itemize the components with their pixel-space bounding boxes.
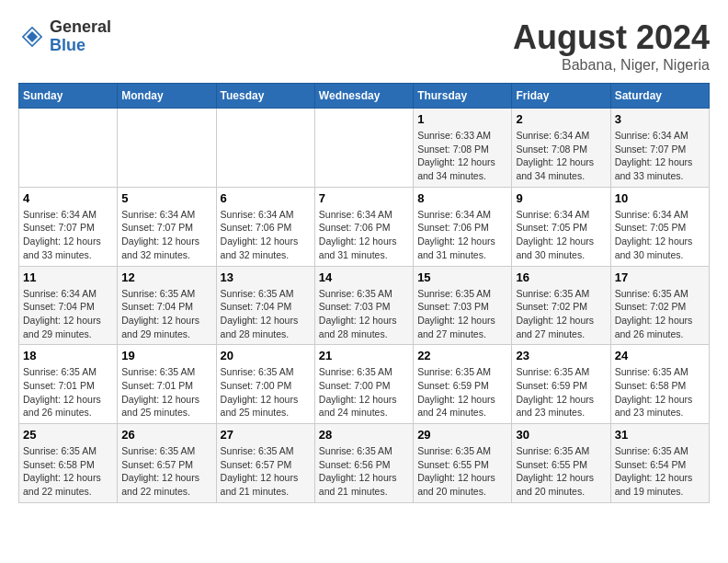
day-info: Sunrise: 6:33 AM Sunset: 7:08 PM Dayligh… <box>417 129 507 183</box>
calendar-cell: 22Sunrise: 6:35 AM Sunset: 6:59 PM Dayli… <box>414 345 512 424</box>
calendar-cell: 8Sunrise: 6:34 AM Sunset: 7:06 PM Daylig… <box>414 187 512 266</box>
day-number: 9 <box>516 191 606 205</box>
weekday-header: Monday <box>118 84 216 109</box>
day-info: Sunrise: 6:34 AM Sunset: 7:06 PM Dayligh… <box>319 208 409 262</box>
day-info: Sunrise: 6:34 AM Sunset: 7:07 PM Dayligh… <box>23 208 113 262</box>
day-number: 4 <box>23 191 113 205</box>
day-info: Sunrise: 6:35 AM Sunset: 6:57 PM Dayligh… <box>221 444 311 499</box>
day-info: Sunrise: 6:35 AM Sunset: 6:59 PM Dayligh… <box>516 365 606 419</box>
day-info: Sunrise: 6:35 AM Sunset: 7:00 PM Dayligh… <box>319 365 409 419</box>
day-info: Sunrise: 6:35 AM Sunset: 7:02 PM Dayligh… <box>516 287 606 341</box>
day-number: 20 <box>221 349 311 362</box>
calendar-cell <box>216 109 314 188</box>
logo-text: General Blue <box>50 18 111 55</box>
day-info: Sunrise: 6:34 AM Sunset: 7:06 PM Dayligh… <box>417 208 507 262</box>
calendar-cell: 19Sunrise: 6:35 AM Sunset: 7:01 PM Dayli… <box>118 345 216 424</box>
calendar-cell: 30Sunrise: 6:35 AM Sunset: 6:55 PM Dayli… <box>512 424 610 503</box>
day-info: Sunrise: 6:34 AM Sunset: 7:08 PM Dayligh… <box>516 129 606 183</box>
day-number: 3 <box>615 112 705 126</box>
calendar-table: SundayMondayTuesdayWednesdayThursdayFrid… <box>18 83 710 503</box>
weekday-header: Wednesday <box>314 84 413 109</box>
day-info: Sunrise: 6:34 AM Sunset: 7:04 PM Dayligh… <box>23 287 113 341</box>
day-info: Sunrise: 6:34 AM Sunset: 7:05 PM Dayligh… <box>615 208 705 262</box>
day-number: 8 <box>417 191 507 205</box>
day-number: 18 <box>23 349 113 362</box>
weekday-header: Sunday <box>19 84 118 109</box>
day-number: 2 <box>516 112 606 126</box>
day-number: 23 <box>516 349 606 362</box>
day-info: Sunrise: 6:34 AM Sunset: 7:07 PM Dayligh… <box>615 129 705 183</box>
calendar-cell <box>314 109 413 188</box>
calendar-cell: 10Sunrise: 6:34 AM Sunset: 7:05 PM Dayli… <box>610 187 709 266</box>
calendar-cell: 13Sunrise: 6:35 AM Sunset: 7:04 PM Dayli… <box>216 266 314 345</box>
day-info: Sunrise: 6:35 AM Sunset: 6:58 PM Dayligh… <box>23 444 113 499</box>
day-info: Sunrise: 6:35 AM Sunset: 6:59 PM Dayligh… <box>417 365 507 419</box>
day-number: 26 <box>121 428 211 442</box>
day-number: 17 <box>615 270 705 284</box>
day-number: 7 <box>319 191 409 205</box>
day-number: 16 <box>516 270 606 284</box>
day-info: Sunrise: 6:35 AM Sunset: 6:58 PM Dayligh… <box>615 365 705 419</box>
day-number: 6 <box>221 191 311 205</box>
day-info: Sunrise: 6:35 AM Sunset: 6:54 PM Dayligh… <box>615 444 705 499</box>
day-number: 25 <box>23 428 113 442</box>
day-info: Sunrise: 6:35 AM Sunset: 7:04 PM Dayligh… <box>221 287 311 341</box>
day-number: 19 <box>121 349 211 362</box>
day-number: 28 <box>319 428 409 442</box>
calendar-cell: 26Sunrise: 6:35 AM Sunset: 6:57 PM Dayli… <box>118 424 216 503</box>
calendar-cell <box>118 109 216 188</box>
day-number: 12 <box>121 270 211 284</box>
day-info: Sunrise: 6:34 AM Sunset: 7:07 PM Dayligh… <box>121 208 211 262</box>
logo-icon <box>18 23 46 51</box>
day-number: 27 <box>221 428 311 442</box>
calendar-cell: 9Sunrise: 6:34 AM Sunset: 7:05 PM Daylig… <box>512 187 610 266</box>
day-info: Sunrise: 6:35 AM Sunset: 6:56 PM Dayligh… <box>319 444 409 499</box>
weekday-header: Saturday <box>610 84 709 109</box>
calendar-cell: 24Sunrise: 6:35 AM Sunset: 6:58 PM Dayli… <box>610 345 709 424</box>
calendar-cell: 25Sunrise: 6:35 AM Sunset: 6:58 PM Dayli… <box>19 424 118 503</box>
day-number: 21 <box>319 349 409 362</box>
calendar-cell: 2Sunrise: 6:34 AM Sunset: 7:08 PM Daylig… <box>512 109 610 188</box>
logo: General Blue <box>18 18 111 55</box>
calendar-cell: 16Sunrise: 6:35 AM Sunset: 7:02 PM Dayli… <box>512 266 610 345</box>
calendar-cell: 20Sunrise: 6:35 AM Sunset: 7:00 PM Dayli… <box>216 345 314 424</box>
day-number: 30 <box>516 428 606 442</box>
calendar-cell: 31Sunrise: 6:35 AM Sunset: 6:54 PM Dayli… <box>610 424 709 503</box>
calendar-cell: 29Sunrise: 6:35 AM Sunset: 6:55 PM Dayli… <box>414 424 512 503</box>
location-subtitle: Babana, Niger, Nigeria <box>513 57 710 74</box>
day-number: 10 <box>615 191 705 205</box>
calendar-week-row: 1Sunrise: 6:33 AM Sunset: 7:08 PM Daylig… <box>19 109 710 188</box>
weekday-row: SundayMondayTuesdayWednesdayThursdayFrid… <box>19 84 710 109</box>
day-number: 11 <box>23 270 113 284</box>
calendar-week-row: 18Sunrise: 6:35 AM Sunset: 7:01 PM Dayli… <box>19 345 710 424</box>
calendar-body: 1Sunrise: 6:33 AM Sunset: 7:08 PM Daylig… <box>19 109 710 503</box>
day-info: Sunrise: 6:35 AM Sunset: 7:03 PM Dayligh… <box>417 287 507 341</box>
day-info: Sunrise: 6:35 AM Sunset: 6:55 PM Dayligh… <box>417 444 507 499</box>
calendar-cell <box>19 109 118 188</box>
day-number: 5 <box>121 191 211 205</box>
calendar-cell: 11Sunrise: 6:34 AM Sunset: 7:04 PM Dayli… <box>19 266 118 345</box>
day-number: 29 <box>417 428 507 442</box>
calendar-cell: 3Sunrise: 6:34 AM Sunset: 7:07 PM Daylig… <box>610 109 709 188</box>
day-info: Sunrise: 6:35 AM Sunset: 7:01 PM Dayligh… <box>23 365 113 419</box>
day-info: Sunrise: 6:34 AM Sunset: 7:06 PM Dayligh… <box>221 208 311 262</box>
day-info: Sunrise: 6:35 AM Sunset: 7:04 PM Dayligh… <box>121 287 211 341</box>
day-info: Sunrise: 6:35 AM Sunset: 7:03 PM Dayligh… <box>319 287 409 341</box>
day-info: Sunrise: 6:35 AM Sunset: 7:01 PM Dayligh… <box>121 365 211 419</box>
page-header: General Blue August 2024 Babana, Niger, … <box>18 18 710 74</box>
month-year-title: August 2024 <box>513 18 710 57</box>
calendar-cell: 23Sunrise: 6:35 AM Sunset: 6:59 PM Dayli… <box>512 345 610 424</box>
calendar-cell: 27Sunrise: 6:35 AM Sunset: 6:57 PM Dayli… <box>216 424 314 503</box>
calendar-cell: 17Sunrise: 6:35 AM Sunset: 7:02 PM Dayli… <box>610 266 709 345</box>
day-info: Sunrise: 6:35 AM Sunset: 6:55 PM Dayligh… <box>516 444 606 499</box>
day-number: 14 <box>319 270 409 284</box>
day-number: 31 <box>615 428 705 442</box>
calendar-cell: 4Sunrise: 6:34 AM Sunset: 7:07 PM Daylig… <box>19 187 118 266</box>
title-block: August 2024 Babana, Niger, Nigeria <box>513 18 710 74</box>
calendar-week-row: 11Sunrise: 6:34 AM Sunset: 7:04 PM Dayli… <box>19 266 710 345</box>
calendar-cell: 14Sunrise: 6:35 AM Sunset: 7:03 PM Dayli… <box>314 266 413 345</box>
calendar-cell: 15Sunrise: 6:35 AM Sunset: 7:03 PM Dayli… <box>414 266 512 345</box>
day-number: 15 <box>417 270 507 284</box>
day-number: 22 <box>417 349 507 362</box>
day-info: Sunrise: 6:35 AM Sunset: 6:57 PM Dayligh… <box>121 444 211 499</box>
